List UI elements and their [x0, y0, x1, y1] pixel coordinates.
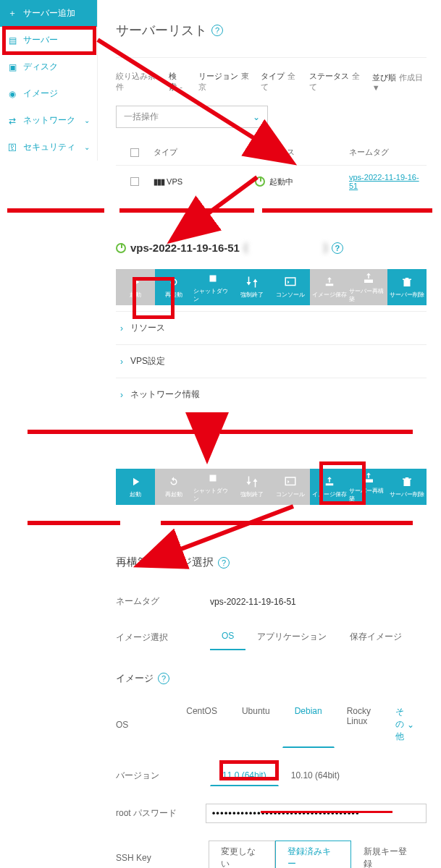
sidebar-item-label: イメージ — [23, 88, 58, 100]
main: サーバーリスト ? 絞り込み条件 検索- リージョン東京 タイプ全て ステータス… — [109, 0, 441, 868]
chevron-right-icon: › — [120, 323, 123, 333]
help-icon[interactable]: ? — [218, 557, 230, 569]
sidebar-item-network[interactable]: ⇄ ネットワーク ⌄ — [0, 107, 97, 134]
action-console[interactable]: コンソール — [272, 269, 311, 305]
action-start[interactable]: 起動 — [116, 469, 155, 505]
annotation-bar — [261, 811, 392, 813]
action-bar-2: 起動再起動シャットダウン強制終了コンソールイメージ保存サーバー再構築サーバー削除 — [116, 469, 427, 505]
disk-icon: ▣ — [7, 62, 17, 72]
chevron-right-icon: › — [120, 357, 123, 367]
action-imgsave[interactable]: イメージ保存 — [310, 469, 349, 505]
svg-rect-2 — [210, 475, 217, 481]
sidebar: ＋ サーバー追加 ▤ サーバー ▣ ディスク ◉ イメージ ⇄ ネットワーク ⌄… — [0, 0, 98, 161]
annotation-bar — [161, 521, 413, 525]
vps-icon: ▮▮▮ — [154, 177, 164, 186]
filter-row: 絞り込み条件 検索- リージョン東京 タイプ全て ステータス全て 並び順作成日 … — [116, 57, 427, 93]
action-start[interactable]: 起動 — [116, 269, 155, 305]
annotation-bar — [262, 208, 432, 213]
svg-rect-3 — [286, 477, 296, 485]
sidebar-add-server[interactable]: ＋ サーバー追加 — [0, 0, 97, 27]
power-icon — [116, 243, 126, 253]
filter-type[interactable]: タイプ全て — [261, 71, 299, 93]
action-shutdown[interactable]: シャットダウン — [193, 469, 232, 505]
annotation-bar — [28, 521, 120, 525]
filter-search[interactable]: 検索- — [169, 71, 188, 93]
root-password-input[interactable] — [206, 804, 427, 823]
os-ubuntu[interactable]: Ubuntu — [230, 701, 282, 748]
sidebar-item-label: ディスク — [23, 61, 58, 73]
row-ssh: SSH Key 変更しない 登録済みキー 新規キー登録 — [116, 832, 427, 868]
svg-rect-0 — [210, 275, 217, 281]
table-row: ▮▮▮ VPS 起動中 vps-2022-11-19-16-51 — [116, 166, 427, 197]
acc-network[interactable]: ›ネットワーク情報 — [116, 378, 427, 411]
row-imgsel: イメージ選択 OS アプリケーション 保存イメージ — [116, 616, 427, 659]
action-imgsave[interactable]: イメージ保存 — [310, 269, 349, 305]
row-root-pwd: root パスワード — [116, 795, 427, 832]
ssh-saved[interactable]: 登録済みキー — [275, 841, 350, 868]
image-heading: イメージ ? — [116, 672, 427, 685]
action-delete[interactable]: サーバー削除 — [387, 269, 427, 305]
chevron-down-icon: ⌄ — [253, 112, 260, 122]
os-debian[interactable]: Debian — [282, 701, 335, 748]
action-delete[interactable]: サーバー削除 — [387, 469, 427, 505]
filter-sort[interactable]: 並び順作成日 ▼ — [372, 72, 427, 92]
action-console[interactable]: コンソール — [272, 469, 311, 505]
annotation-bar — [220, 430, 413, 434]
sidebar-item-disk[interactable]: ▣ ディスク — [0, 54, 97, 80]
checkbox-row[interactable] — [130, 177, 139, 186]
ver-10[interactable]: 10.10 (64bit) — [279, 765, 352, 786]
bulk-select[interactable]: 一括操作 ⌄ — [116, 106, 268, 128]
cell-type: ▮▮▮ VPS — [154, 177, 240, 187]
annotation-bar — [7, 208, 104, 213]
action-shutdown[interactable]: シャットダウン — [193, 269, 232, 305]
os-rocky[interactable]: Rocky Linux — [335, 701, 383, 748]
annotation-bar — [28, 430, 197, 434]
acc-vps[interactable]: ›VPS設定 — [116, 344, 427, 378]
os-more[interactable]: その他⌄ — [383, 701, 427, 748]
image-icon: ◉ — [7, 89, 17, 99]
chevron-down-icon: ⌄ — [407, 720, 414, 730]
server-icon: ▤ — [7, 35, 17, 46]
chevron-down-icon: ⌄ — [84, 116, 90, 124]
chevron-right-icon: › — [120, 390, 123, 400]
tab-saved[interactable]: 保存イメージ — [338, 625, 413, 650]
sidebar-item-security[interactable]: ⚿ セキュリティ ⌄ — [0, 134, 97, 161]
table-head: タイプ ステータス ネームタグ — [116, 142, 427, 166]
action-rebuild[interactable]: サーバー再構築 — [349, 469, 388, 505]
page-title: サーバーリスト ? — [116, 22, 427, 39]
action-rebuild[interactable]: サーバー再構築 — [349, 269, 388, 305]
tab-app[interactable]: アプリケーション — [245, 625, 338, 650]
ssh-new[interactable]: 新規キー登録 — [351, 841, 427, 868]
action-restart[interactable]: 再起動 — [155, 269, 194, 305]
nametag-value: vps-2022-11-19-16-51 — [210, 597, 296, 607]
sidebar-item-server[interactable]: ▤ サーバー — [0, 27, 97, 54]
help-icon[interactable]: ? — [332, 242, 343, 254]
cell-status: 起動中 — [255, 176, 335, 187]
chevron-down-icon: ⌄ — [84, 143, 90, 151]
filter-status[interactable]: ステータス全て — [309, 71, 362, 93]
th-type: タイプ — [154, 147, 240, 158]
th-status: ステータス — [255, 147, 335, 158]
action-restart[interactable]: 再起動 — [155, 469, 194, 505]
sidebar-item-label: サーバー — [23, 34, 58, 46]
help-icon[interactable]: ? — [158, 673, 169, 684]
action-force[interactable]: 強制終了 — [232, 269, 272, 305]
imgsel-tabs: OS アプリケーション 保存イメージ — [210, 625, 413, 650]
server-name-link[interactable]: vps-2022-11-19-16-51 — [349, 173, 419, 190]
key-icon: ⚿ — [7, 142, 17, 153]
acc-resource[interactable]: ›リソース — [116, 311, 427, 344]
action-force[interactable]: 強制終了 — [232, 469, 272, 505]
ver-11[interactable]: 11.0 (64bit) — [210, 765, 279, 786]
sidebar-item-image[interactable]: ◉ イメージ — [0, 80, 97, 107]
ssh-keep[interactable]: 変更しない — [209, 841, 276, 868]
filter-heading: 絞り込み条件 — [116, 71, 159, 93]
tab-os[interactable]: OS — [210, 625, 245, 650]
row-version: バージョン 11.0 (64bit) 10.10 (64bit) — [116, 757, 427, 795]
checkbox-all[interactable] — [130, 148, 139, 157]
row-nametag: ネームタグ vps-2022-11-19-16-51 — [116, 587, 427, 616]
cell-name: vps-2022-11-19-16-51 — [349, 173, 424, 190]
os-centos[interactable]: CentOS — [174, 701, 230, 748]
help-icon[interactable]: ? — [211, 25, 223, 36]
filter-region[interactable]: リージョン東京 — [198, 71, 251, 93]
sidebar-item-label: セキュリティ — [23, 141, 75, 153]
